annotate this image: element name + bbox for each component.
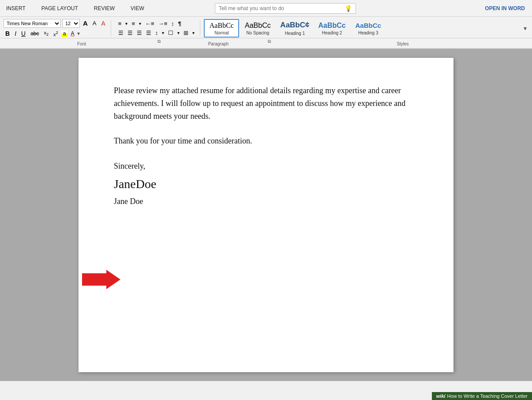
styles-group-label: Styles [397,42,408,46]
borders-button[interactable]: ⊞ [182,29,190,37]
font-grow-button[interactable]: A [81,19,90,28]
ribbon-labels-row: Font ⧉ Paragraph ⧉ Styles [0,38,532,48]
style-heading1-label: Heading 1 [285,31,305,36]
style-heading3-label: Heading 3 [358,30,378,35]
align-center-button[interactable]: ☰ [126,29,135,37]
style-normal[interactable]: AaBbCc Normal [204,19,239,38]
menu-insert[interactable]: INSERT [4,4,28,13]
arrow-body [82,273,106,286]
style-heading1[interactable]: AaBbC¢ Heading 1 [276,19,313,37]
footer-wiki-label: wiki [436,393,446,399]
font-name-row: Times New Roman 12 A A A [4,19,107,28]
styles-group: AaBbCc Normal AaBbCc No Spacing AaBbC¢ H… [204,19,528,38]
numbering-dropdown[interactable]: ▾ [137,20,143,27]
outdent-button[interactable]: ←≡ [143,19,156,28]
ribbon-row1: Times New Roman 12 A A A B I U abc x2 x2… [0,19,532,38]
font-dialog-button[interactable]: ⧉ [157,39,161,44]
paragraph-group: ≡ ▾ ≡ ▾ ←≡ →≡ ↕ ¶ ☰ ☰ ☰ ☰ ↕ ▾ ☐ ▾ ⊞ ▾ [116,19,197,37]
footer-bar: wiki How to Write a Teaching Cover Lette… [432,392,532,400]
open-in-word-button[interactable]: OPEN IN WORD [481,4,528,13]
signature-area: Sincerely, JaneDoe Jane Doe [114,160,418,208]
para-row1: ≡ ▾ ≡ ▾ ←≡ →≡ ↕ ¶ [116,19,197,28]
arrow-head [106,270,120,289]
font-group: Times New Roman 12 A A A B I U abc x2 x2… [4,19,107,38]
menu-review[interactable]: REVIEW [91,4,117,13]
style-heading2[interactable]: AaBbCc Heading 2 [314,19,349,37]
style-heading2-label: Heading 2 [322,30,342,35]
font-shrink-button[interactable]: A [91,19,98,27]
font-para-divider [111,20,111,36]
style-heading1-preview: AaBbC¢ [280,21,309,30]
clear-format-button[interactable]: A [100,19,107,28]
font-group-label: Font [77,42,86,46]
paragraph-group-label: Paragraph [208,42,229,46]
style-normal-preview: AaBbCc [210,21,234,30]
style-no-spacing-preview: AaBbCc [245,21,271,30]
highlight-button[interactable]: a [61,30,68,38]
show-hide-button[interactable]: ¶ [176,19,183,28]
signature-script: JaneDoe [114,174,418,194]
underline-button[interactable]: U [19,29,27,38]
line-spacing-button[interactable]: ↕ [154,29,160,37]
para-styles-divider [200,20,200,36]
document-page: Please review my attached resume for add… [79,58,453,372]
style-heading3[interactable]: AaBbCc Heading 3 [351,20,386,37]
style-normal-label: Normal [214,30,229,35]
indent-button[interactable]: →≡ [157,19,169,28]
sort-button[interactable]: ↕ [169,19,176,28]
menu-bar: INSERT PAGE LAYOUT REVIEW VIEW 💡 OPEN IN… [0,0,532,17]
italic-button[interactable]: I [13,29,18,38]
lightbulb-icon: 💡 [345,5,352,12]
paragraph-1: Please review my attached resume for add… [114,84,418,122]
styles-label-container: Styles [273,39,532,47]
numbering-button[interactable]: ≡ [130,19,137,28]
para-label-container: Paragraph ⧉ [163,39,273,47]
style-heading2-preview: AaBbCc [318,21,345,30]
style-no-spacing[interactable]: AaBbCc No Spacing [240,19,275,37]
closing-text: Sincerely, [114,160,418,173]
footer-title: How to Write a Teaching Cover Letter [447,393,528,399]
bold-button[interactable]: B [4,29,11,38]
bullets-button[interactable]: ≡ [116,19,124,28]
red-arrow [82,270,120,289]
search-box[interactable]: 💡 [215,3,356,14]
superscript-button[interactable]: x2 [52,30,60,38]
align-justify-button[interactable]: ☰ [144,29,153,37]
search-input[interactable] [219,5,342,11]
signature-name: Jane Doe [114,195,418,208]
font-color-button[interactable]: A [69,30,76,38]
bullets-dropdown[interactable]: ▾ [124,20,129,27]
shading-button[interactable]: ☐ [166,29,175,37]
para-dialog-button[interactable]: ⧉ [268,39,271,44]
align-right-button[interactable]: ☰ [135,29,144,37]
strikethrough-button[interactable]: abc [29,30,41,38]
menu-page-layout[interactable]: PAGE LAYOUT [39,4,81,13]
line-spacing-dropdown[interactable]: ▾ [160,30,166,36]
borders-dropdown[interactable]: ▾ [191,30,196,36]
style-heading3-preview: AaBbCc [356,22,381,30]
menu-view[interactable]: VIEW [128,4,147,13]
font-label-container: Font ⧉ [0,39,163,47]
font-name-select[interactable]: Times New Roman [4,19,61,28]
style-no-spacing-label: No Spacing [247,30,270,35]
document-content[interactable]: Please review my attached resume for add… [114,84,418,208]
font-format-row: B I U abc x2 x2 a A ▾ [4,29,107,38]
paragraph-2: Thank you for your time and consideratio… [114,135,418,147]
align-left-button[interactable]: ☰ [116,29,125,37]
subscript-button[interactable]: x2 [42,29,51,38]
styles-scroll-button[interactable]: ▾ [522,24,528,33]
document-area: Please review my attached resume for add… [0,49,532,381]
paragraph-1-text: Please review my attached resume for add… [114,86,405,121]
shading-dropdown[interactable]: ▾ [176,30,181,36]
para-row2: ☰ ☰ ☰ ☰ ↕ ▾ ☐ ▾ ⊞ ▾ [116,29,197,37]
font-color-dropdown[interactable]: ▾ [77,30,80,37]
ribbon: Times New Roman 12 A A A B I U abc x2 x2… [0,17,532,49]
paragraph-2-text: Thank you for your time and consideratio… [114,136,252,145]
font-size-select[interactable]: 12 [62,19,80,28]
